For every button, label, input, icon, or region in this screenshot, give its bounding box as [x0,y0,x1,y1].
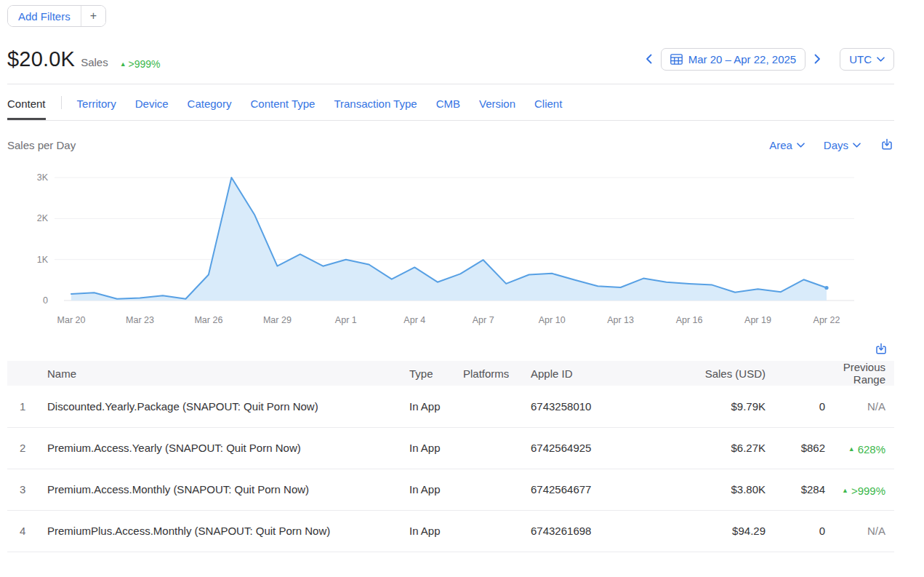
row-rank: 4 [7,510,47,552]
table-row[interactable]: 4PremiumPlus.Access.Monthly (SNAPOUT: Qu… [7,510,894,552]
column-header-name[interactable]: Name [47,361,409,386]
chart-controls: Area Days [769,138,894,152]
row-name: Discounted.Yearly.Package (SNAPOUT: Quit… [47,386,409,427]
granularity-dropdown[interactable]: Days [824,139,861,151]
column-header-platforms[interactable]: Platforms [463,361,531,386]
column-header-rank [7,361,47,386]
next-range-button[interactable] [813,52,822,65]
up-triangle-icon: ▲ [848,446,855,453]
row-change: N/A [825,386,894,427]
tab-device[interactable]: Device [135,84,169,120]
sales-change-percent: >999% [129,58,161,70]
row-name: Premium.Access.Yearly (SNAPOUT: Quit Por… [47,427,409,469]
timezone-label: UTC [849,53,872,65]
calendar-icon [670,54,683,65]
x-axis-label: Apr 16 [676,315,703,325]
date-range-button[interactable]: Mar 20 – Apr 22, 2025 [661,48,806,71]
tab-cmb[interactable]: CMB [436,84,460,120]
add-filters-button[interactable]: Add Filters [8,6,81,26]
x-axis-label: Mar 23 [126,315,154,325]
column-header-apple-id[interactable]: Apple ID [531,361,682,386]
granularity-label: Days [824,139,848,151]
sales-total-value: $20.0K [7,47,75,71]
row-rank: 1 [7,386,47,427]
sales-change-badge: ▲ >999% [120,58,161,70]
row-name: Premium.Access.Monthly (SNAPOUT: Quit Po… [47,469,409,510]
row-apple-id: 6743261698 [531,510,682,552]
add-filter-plus-button[interactable]: + [81,6,105,26]
chart-area-fill [71,178,827,301]
add-filters-group: Add Filters + [7,5,106,27]
row-sales: $9.79K [682,386,766,427]
x-axis-label: Apr 4 [403,315,425,325]
row-previous-value: 0 [766,510,825,552]
table-tools [7,341,894,357]
chevron-down-icon [797,143,805,148]
sales-total-metric: Sales [81,56,108,68]
row-previous-value: $284 [766,469,825,510]
table-download-button[interactable] [874,342,888,357]
chart-last-point [824,286,828,290]
dimension-tabs: ContentTerritoryDeviceCategoryContent Ty… [7,84,894,121]
chevron-left-icon [646,54,652,64]
tab-content-type[interactable]: Content Type [250,84,315,120]
row-type: In App [409,386,463,427]
row-change: ▲>999% [825,469,894,510]
row-type: In App [409,510,463,552]
row-apple-id: 6742564925 [531,427,682,469]
table-row[interactable]: 1Discounted.Yearly.Package (SNAPOUT: Qui… [7,386,894,427]
tab-client[interactable]: Client [534,84,562,120]
row-platforms [463,386,531,427]
sales-chart-svg: 01K2K3KMar 20Mar 23Mar 26Mar 29Apr 1Apr … [7,159,894,328]
chart-download-button[interactable] [880,138,894,152]
column-header-previous-value [766,361,825,386]
row-type: In App [409,427,463,469]
tab-divider [61,96,62,109]
column-header-type[interactable]: Type [409,361,463,386]
tab-category[interactable]: Category [188,84,232,120]
row-previous-value: $862 [766,427,825,469]
tab-content[interactable]: Content [7,84,46,120]
table-row[interactable]: 3Premium.Access.Monthly (SNAPOUT: Quit P… [7,469,894,510]
previous-range-button[interactable] [644,52,654,65]
x-axis-label: Apr 13 [607,315,634,325]
filter-bar: Add Filters + [7,0,894,27]
column-header-previous-range[interactable]: Previous Range [825,361,894,386]
y-axis-label: 2K [37,213,49,223]
table-header-row: Name Type Platforms Apple ID Sales (USD)… [7,361,894,386]
sales-per-day-chart: 01K2K3KMar 20Mar 23Mar 26Mar 29Apr 1Apr … [7,159,894,328]
tab-transaction-type[interactable]: Transaction Type [334,84,417,120]
row-change: N/A [825,510,894,552]
x-axis-label: Apr 1 [335,315,357,325]
row-platforms [463,427,531,469]
chart-type-dropdown[interactable]: Area [769,139,805,151]
x-axis-label: Mar 29 [263,315,292,325]
row-change: ▲628% [825,427,894,469]
row-rank: 2 [7,427,47,469]
tab-version[interactable]: Version [479,84,515,120]
download-icon [880,138,894,152]
row-previous-value: 0 [766,386,825,427]
row-sales: $3.80K [682,469,766,510]
timezone-selector[interactable]: UTC [840,48,894,71]
y-axis-label: 3K [37,172,49,183]
content-sales-table: Name Type Platforms Apple ID Sales (USD)… [7,361,894,552]
row-platforms [463,469,531,510]
table-row[interactable]: 2Premium.Access.Yearly (SNAPOUT: Quit Po… [7,427,894,469]
sales-total: $20.0K Sales ▲ >999% [7,47,161,71]
tab-territory[interactable]: Territory [77,84,116,120]
column-header-sales[interactable]: Sales (USD) [682,361,766,386]
chevron-down-icon [877,57,885,62]
chart-type-label: Area [769,139,792,151]
x-axis-label: Apr 10 [539,315,566,325]
summary-row: $20.0K Sales ▲ >999% Mar 20 – Apr 22, 20… [7,44,894,73]
chart-header: Sales per Day Area Days [7,136,894,154]
row-type: In App [409,469,463,510]
download-icon [874,342,888,357]
row-rank: 3 [7,469,47,510]
row-name: PremiumPlus.Access.Monthly (SNAPOUT: Qui… [47,510,409,552]
chevron-right-icon [814,54,821,64]
x-axis-label: Mar 20 [57,315,86,325]
x-axis-label: Mar 26 [194,315,222,325]
x-axis-label: Apr 7 [473,315,494,325]
